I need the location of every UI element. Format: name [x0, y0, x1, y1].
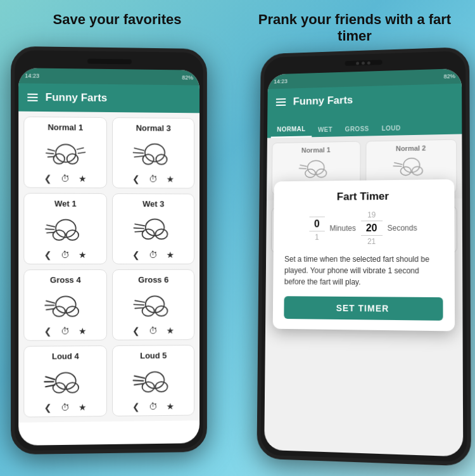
card-title-gross4: Gross 4 — [50, 275, 81, 285]
timer-title: Fart Timer — [285, 190, 443, 203]
card-actions-normal1: ❮ ⏱ ★ — [44, 173, 87, 183]
svg-point-46 — [155, 382, 167, 392]
share-icon-normal1[interactable]: ❮ — [44, 173, 52, 183]
minutes-bottom: 1 — [315, 233, 319, 241]
svg-line-53 — [300, 165, 307, 166]
share-icon-normal3[interactable]: ❮ — [132, 174, 140, 184]
svg-point-22 — [155, 229, 167, 239]
card-loud4[interactable]: Loud 4 ❮ ⏱ ★ — [23, 345, 107, 418]
svg-point-8 — [144, 144, 164, 162]
timer-description: Set a time when the selected fart should… — [284, 254, 443, 288]
tab-loud[interactable]: LOUD — [376, 120, 407, 136]
seconds-scroll[interactable]: 19 20 21 — [361, 210, 383, 246]
svg-line-5 — [48, 157, 54, 157]
star-icon-wet3[interactable]: ★ — [167, 250, 175, 260]
card-actions-wet1: ❮ ⏱ ★ — [44, 250, 87, 260]
svg-point-38 — [55, 373, 75, 390]
seconds-label: Seconds — [388, 224, 417, 233]
hamburger-icon[interactable] — [27, 94, 37, 101]
time-right: 14:23 — [274, 78, 288, 84]
tab-gross[interactable]: GROSS — [339, 122, 376, 137]
svg-point-50 — [307, 160, 324, 174]
fart-svg-gross4 — [43, 287, 87, 322]
card-actions-wet3: ❮ ⏱ ★ — [132, 250, 175, 260]
timer-icon-gross6[interactable]: ⏱ — [149, 326, 158, 336]
timer-icon-loud5[interactable]: ⏱ — [149, 401, 158, 411]
svg-point-44 — [145, 372, 164, 389]
right-section-header: Prank your friends with a fart timer — [247, 11, 462, 44]
star-icon-normal1[interactable]: ★ — [79, 174, 87, 184]
tab-normal[interactable]: NORMAL — [271, 122, 312, 138]
tab-wet[interactable]: WET — [312, 122, 339, 137]
seconds-bottom: 21 — [367, 237, 376, 246]
minutes-scroll[interactable]: 0 1 — [309, 215, 325, 242]
fart-svg-gross6 — [131, 287, 175, 322]
star-icon-gross4[interactable]: ★ — [79, 326, 87, 336]
right-phone: 14:23 82% Funny Farts NORMAL WET GROSS L… — [256, 47, 471, 466]
hamburger-icon-right[interactable] — [276, 98, 286, 106]
card-normal3[interactable]: Normal 3 ❮ ⏱ ★ — [112, 117, 194, 189]
card-gross4[interactable]: Gross 4 ❮ ⏱ ★ — [23, 269, 107, 341]
svg-line-25 — [135, 231, 144, 232]
svg-line-48 — [133, 380, 143, 381]
svg-point-2 — [66, 154, 78, 164]
svg-line-11 — [134, 148, 144, 151]
card-title-normal1: Normal 1 — [48, 122, 83, 132]
timer-icon-normal1[interactable]: ⏱ — [61, 174, 70, 184]
timer-icon-gross4[interactable]: ⏱ — [61, 326, 70, 336]
seconds-top: 19 — [367, 210, 376, 219]
app-title-right: Funny Farts — [293, 94, 353, 108]
svg-line-7 — [78, 152, 85, 153]
card-actions-loud5: ❮ ⏱ ★ — [132, 401, 175, 412]
share-icon-loud5[interactable]: ❮ — [132, 402, 140, 412]
card-title-wet1: Wet 1 — [54, 199, 77, 209]
svg-line-24 — [134, 228, 144, 229]
timer-icon-wet3[interactable]: ⏱ — [149, 250, 158, 260]
card-gross6[interactable]: Gross 6 ❮ ⏱ ★ — [112, 269, 194, 340]
minutes-selected: 0 — [309, 217, 325, 232]
battery-right: 82% — [444, 73, 455, 79]
left-phone: 14:23 82% Funny Farts Normal 1 — [11, 46, 207, 454]
svg-line-35 — [135, 300, 144, 302]
svg-line-54 — [299, 168, 306, 169]
card-wet3[interactable]: Wet 3 ❮ ⏱ ★ — [112, 193, 194, 264]
svg-point-26 — [55, 297, 75, 313]
share-icon-gross6[interactable]: ❮ — [132, 326, 140, 336]
star-icon-wet1[interactable]: ★ — [79, 250, 87, 260]
app-title-left: Funny Farts — [46, 91, 108, 105]
share-icon-loud4[interactable]: ❮ — [44, 402, 52, 413]
card-right-title-normal1: Normal 1 — [301, 146, 331, 154]
share-icon-wet1[interactable]: ❮ — [44, 250, 52, 260]
share-icon-wet3[interactable]: ❮ — [132, 250, 140, 260]
star-icon-loud4[interactable]: ★ — [79, 402, 87, 412]
card-actions-gross4: ❮ ⏱ ★ — [44, 326, 87, 336]
star-icon-gross6[interactable]: ★ — [167, 325, 175, 335]
timer-icon-wet1[interactable]: ⏱ — [61, 250, 70, 260]
star-icon-normal3[interactable]: ★ — [167, 174, 175, 184]
card-loud5[interactable]: Loud 5 ❮ ⏱ ★ — [112, 345, 194, 416]
card-actions-gross6: ❮ ⏱ ★ — [132, 325, 175, 335]
svg-line-41 — [46, 376, 54, 380]
set-timer-button[interactable]: SET TIMER — [284, 296, 443, 321]
svg-point-1 — [53, 154, 65, 164]
card-right-title-normal2: Normal 2 — [396, 145, 426, 153]
svg-line-13 — [134, 156, 144, 157]
tabs-bar: NORMAL WET GROSS LOUD — [267, 112, 462, 138]
card-title-wet3: Wet 3 — [142, 199, 164, 209]
notch-right — [345, 60, 382, 66]
timer-icon-loud4[interactable]: ⏱ — [61, 402, 70, 413]
time-left: 14:23 — [25, 72, 39, 79]
svg-point-21 — [142, 229, 154, 239]
share-icon-gross4[interactable]: ❮ — [44, 326, 52, 336]
card-normal1[interactable]: Normal 1 ❮ ⏱ ★ — [23, 117, 107, 188]
svg-line-58 — [395, 163, 402, 165]
svg-point-20 — [145, 219, 164, 236]
svg-point-55 — [403, 158, 420, 172]
svg-point-57 — [412, 167, 423, 176]
timer-icon-normal3[interactable]: ⏱ — [149, 174, 158, 184]
card-wet1[interactable]: Wet 1 ❮ ⏱ ★ — [23, 193, 107, 264]
svg-line-12 — [133, 153, 143, 153]
svg-line-59 — [393, 166, 402, 167]
star-icon-loud5[interactable]: ★ — [167, 401, 175, 411]
seconds-selected: 20 — [361, 221, 383, 236]
